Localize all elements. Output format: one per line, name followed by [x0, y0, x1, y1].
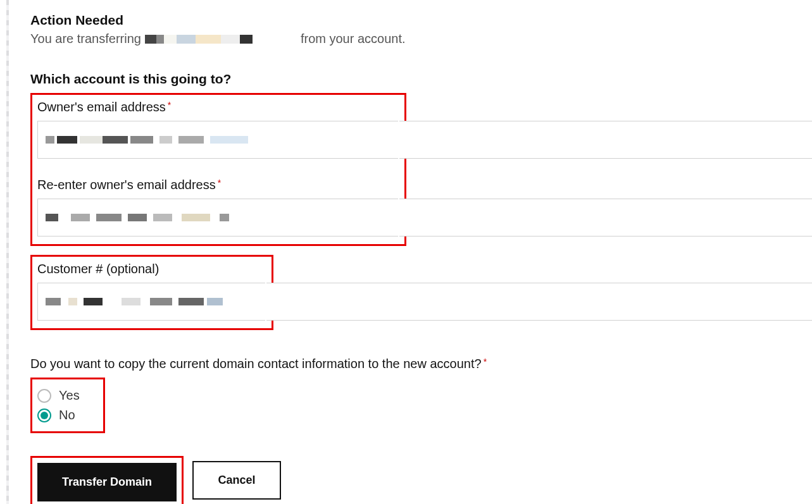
transfer-suffix: from your account. — [301, 32, 406, 46]
radio-no[interactable]: No — [37, 408, 98, 422]
which-account-heading: Which account is this going to? — [30, 71, 799, 87]
transfer-prefix: You are transferring — [30, 32, 141, 46]
radio-no-label: No — [59, 408, 75, 422]
reenter-email-input[interactable] — [37, 199, 398, 237]
copy-contact-question: Do you want to copy the current domain c… — [30, 357, 799, 371]
radio-no-icon — [37, 409, 51, 422]
customer-number-input[interactable] — [37, 283, 265, 321]
customer-number-label: Customer # (optional) — [37, 262, 266, 276]
redacted-customer-number — [46, 298, 223, 305]
redacted-reenter-email — [46, 214, 248, 221]
owner-email-label: Owner's email address* — [37, 100, 399, 114]
radio-yes-label: Yes — [59, 388, 80, 403]
page-left-border — [6, 0, 9, 504]
transfer-domain-form: Action Needed You are transferring from … — [0, 0, 812, 504]
annotation-box-transfer-button: Transfer Domain — [30, 456, 184, 504]
annotation-box-emails: Owner's email address* Re-enter owner's … — [30, 93, 406, 246]
annotation-box-radios: Yes No — [30, 378, 105, 433]
radio-yes[interactable]: Yes — [37, 388, 98, 403]
radio-yes-icon — [37, 389, 51, 403]
transfer-summary-text: You are transferring from your account. — [30, 32, 799, 46]
page-title: Action Needed — [30, 13, 799, 28]
redacted-domain-name — [145, 35, 297, 44]
reenter-email-label: Re-enter owner's email address* — [37, 178, 399, 192]
annotation-box-customer: Customer # (optional) — [30, 255, 273, 330]
redacted-owner-email — [46, 136, 248, 144]
cancel-button[interactable]: Cancel — [192, 461, 281, 500]
transfer-domain-button[interactable]: Transfer Domain — [37, 463, 177, 501]
owner-email-input[interactable] — [37, 121, 398, 159]
